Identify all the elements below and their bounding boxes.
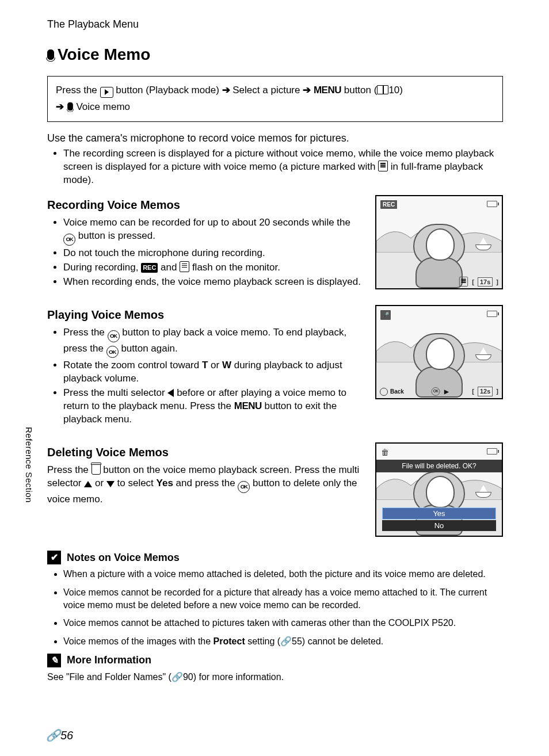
text: Press the multi selector — [63, 387, 167, 398]
playback-screen-illustration: 🎤 Back OK ▶ [ 12s ] — [375, 305, 503, 399]
notes-heading: Notes on Voice Memos — [67, 551, 180, 564]
circle-icon — [380, 388, 388, 396]
cross-ref-icon: 🔗 — [280, 636, 292, 646]
protect-word: Protect — [214, 636, 245, 646]
left-arrow-icon — [167, 389, 174, 397]
pause-play-icon: ▶ — [444, 388, 449, 396]
trash-icon: 🗑 — [381, 447, 389, 458]
microphone-icon — [67, 102, 73, 110]
navigation-path-box: Press the button (Playback mode) ➔ Selec… — [47, 76, 503, 122]
person-graphic — [413, 327, 465, 391]
playing-bullet-1: Press the OK button to play back a voice… — [63, 326, 365, 358]
heading-recording: Recording Voice Memos — [47, 197, 365, 213]
recording-screen-illustration: REC [ 17s ] — [375, 195, 503, 289]
voice-memo-mark-icon — [459, 277, 468, 287]
battery-icon — [487, 311, 497, 317]
mic-badge: 🎤 — [380, 310, 391, 321]
up-arrow-icon — [84, 481, 92, 487]
intro-text: Use the camera's microphone to record vo… — [47, 131, 503, 145]
heading-playing: Playing Voice Memos — [47, 307, 365, 323]
text: 90) for more information. — [183, 672, 284, 682]
ok-button-icon: OK — [238, 481, 250, 493]
ok-button-icon: OK — [63, 234, 75, 246]
sailboat-graphic — [475, 346, 491, 360]
cross-ref-icon: 🔗 — [46, 729, 60, 742]
down-arrow-icon — [106, 481, 115, 487]
text: or — [208, 360, 222, 371]
yes-word: Yes — [157, 478, 173, 488]
text: 55) cannot be deleted. — [292, 636, 383, 646]
ok-play-hint: OK ▶ — [430, 385, 449, 398]
title-text: Voice Memo — [58, 44, 150, 66]
more-info-heading: More Information — [67, 653, 151, 667]
caution-icon: ✔ — [47, 551, 61, 564]
breadcrumb: The Playback Menu — [47, 17, 503, 31]
recording-bullet-4: When recording ends, the voice memo play… — [63, 276, 365, 289]
intro-bullet: The recording screen is displayed for a … — [63, 147, 503, 187]
playing-bullet-2: Rotate the zoom control toward T or W du… — [63, 359, 365, 385]
text: Press the — [47, 464, 92, 475]
page-number-value: 56 — [60, 729, 73, 742]
back-label: Back — [390, 388, 404, 396]
page-title: Voice Memo — [47, 44, 503, 66]
nav-press: Press the — [56, 85, 97, 96]
sailboat-graphic — [475, 484, 491, 498]
text: and press the — [173, 478, 238, 488]
text: button again. — [119, 343, 178, 354]
manual-ref-icon — [377, 85, 388, 94]
note-2: Voice memos cannot be recorded for a pic… — [63, 586, 503, 611]
ok-button-icon: OK — [108, 330, 120, 342]
text: Press the — [63, 327, 108, 338]
option-yes: Yes — [382, 507, 496, 520]
text: Voice memos of the images with the — [63, 636, 214, 646]
text: flash on the monitor. — [189, 262, 280, 273]
playing-bullet-3: Press the multi selector before or after… — [63, 387, 365, 426]
heading-deleting: Deleting Voice Memos — [47, 445, 365, 460]
confirm-text: File will be deleted. OK? — [376, 460, 502, 472]
rec-badge: REC — [380, 200, 398, 210]
playback-button-icon — [100, 87, 113, 98]
microphone-icon — [47, 49, 54, 60]
nav-select-picture: Select a picture — [232, 85, 300, 96]
text: and — [158, 262, 180, 273]
text: Rotate the zoom control toward — [63, 360, 202, 371]
zoom-t: T — [202, 360, 208, 371]
more-info-text: See "File and Folder Names" (🔗90) for mo… — [47, 671, 503, 684]
divider: ] — [496, 387, 498, 396]
text: See "File and Folder Names" ( — [47, 672, 171, 682]
cross-ref-icon: 🔗 — [171, 672, 183, 682]
arrow-icon: ➔ — [222, 85, 230, 96]
recording-bullet-1: Voice memo can be recorded for up to abo… — [63, 216, 365, 246]
text: or — [92, 478, 106, 488]
text: Voice memo can be recorded for up to abo… — [63, 217, 350, 228]
trash-button-icon — [92, 464, 101, 475]
page-number: 🔗56 — [46, 728, 73, 743]
deleting-paragraph: Press the button on the voice memo playb… — [47, 464, 365, 506]
text: button is pressed. — [75, 230, 155, 241]
text: to select — [115, 478, 157, 488]
divider: [ — [472, 278, 474, 287]
section-tab-label: Reference Section — [23, 427, 35, 503]
nav-ref10: 10) — [388, 85, 403, 96]
menu-button-label: MENU — [234, 400, 262, 411]
voice-memo-mark-icon — [180, 261, 189, 272]
divider: [ — [472, 387, 474, 396]
arrow-icon: ➔ — [303, 85, 311, 96]
person-graphic — [413, 218, 465, 281]
recording-bullet-3: During recording, REC and flash on the m… — [63, 261, 365, 274]
rec-indicator-icon: REC — [141, 263, 158, 273]
sailboat-graphic — [475, 236, 491, 250]
recording-bullet-2: Do not touch the microphone during recor… — [63, 247, 365, 260]
nav-playback-mode: button (Playback mode) — [113, 85, 219, 96]
ok-button-icon: OK — [106, 346, 119, 358]
text: setting ( — [245, 636, 280, 646]
battery-icon — [487, 448, 497, 455]
note-4: Voice memos of the images with the Prote… — [63, 635, 503, 648]
text: During recording, — [63, 262, 141, 273]
delete-screen-illustration: 🗑 File will be deleted. OK? Yes No — [375, 442, 503, 537]
info-icon: ✎ — [47, 654, 61, 667]
back-hint: Back — [380, 388, 404, 396]
nav-voice-memo: Voice memo — [76, 101, 130, 112]
arrow-icon: ➔ — [56, 101, 64, 112]
recording-time: 17s — [478, 277, 493, 287]
